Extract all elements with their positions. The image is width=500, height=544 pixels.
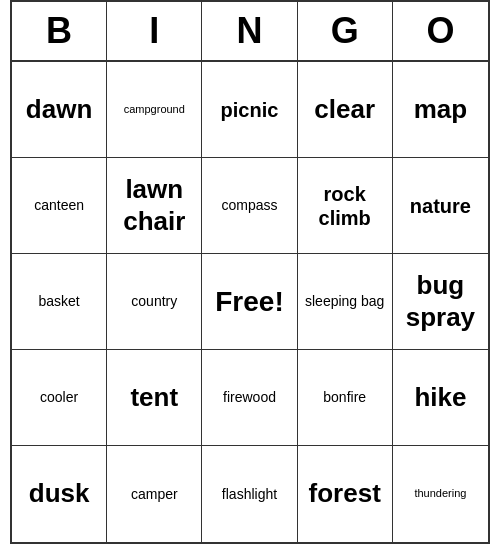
bingo-cell[interactable]: campground (107, 62, 202, 158)
cell-label: campground (124, 103, 185, 116)
cell-label: hike (414, 382, 466, 413)
bingo-header: BINGO (12, 2, 488, 62)
bingo-cell[interactable]: cooler (12, 350, 107, 446)
bingo-cell[interactable]: Free! (202, 254, 297, 350)
bingo-cell[interactable]: lawn chair (107, 158, 202, 254)
cell-label: thundering (414, 487, 466, 500)
bingo-cell[interactable]: dawn (12, 62, 107, 158)
cell-label: tent (130, 382, 178, 413)
bingo-cell[interactable]: flashlight (202, 446, 297, 542)
bingo-cell[interactable]: rock climb (298, 158, 393, 254)
bingo-cell[interactable]: bug spray (393, 254, 488, 350)
header-letter: N (202, 2, 297, 60)
header-letter: B (12, 2, 107, 60)
header-letter: G (298, 2, 393, 60)
cell-label: compass (221, 197, 277, 214)
cell-label: clear (314, 94, 375, 125)
cell-label: lawn chair (113, 174, 195, 236)
bingo-cell[interactable]: hike (393, 350, 488, 446)
bingo-grid: dawncampgroundpicnicclearmapcanteenlawn … (12, 62, 488, 542)
cell-label: camper (131, 486, 178, 503)
cell-label: firewood (223, 389, 276, 406)
bingo-cell[interactable]: bonfire (298, 350, 393, 446)
cell-label: bonfire (323, 389, 366, 406)
bingo-cell[interactable]: basket (12, 254, 107, 350)
cell-label: nature (410, 194, 471, 218)
cell-label: Free! (215, 286, 283, 318)
bingo-cell[interactable]: clear (298, 62, 393, 158)
bingo-cell[interactable]: camper (107, 446, 202, 542)
cell-label: map (414, 94, 467, 125)
cell-label: picnic (221, 98, 279, 122)
cell-label: sleeping bag (305, 293, 384, 310)
bingo-card: BINGO dawncampgroundpicnicclearmapcantee… (10, 0, 490, 544)
cell-label: cooler (40, 389, 78, 406)
bingo-cell[interactable]: thundering (393, 446, 488, 542)
bingo-cell[interactable]: forest (298, 446, 393, 542)
cell-label: forest (309, 478, 381, 509)
cell-label: dusk (29, 478, 90, 509)
cell-label: canteen (34, 197, 84, 214)
bingo-cell[interactable]: compass (202, 158, 297, 254)
cell-label: dawn (26, 94, 92, 125)
cell-label: bug spray (399, 270, 482, 332)
bingo-cell[interactable]: nature (393, 158, 488, 254)
bingo-cell[interactable]: picnic (202, 62, 297, 158)
cell-label: country (131, 293, 177, 310)
bingo-cell[interactable]: firewood (202, 350, 297, 446)
cell-label: flashlight (222, 486, 277, 503)
cell-label: basket (38, 293, 79, 310)
header-letter: O (393, 2, 488, 60)
bingo-cell[interactable]: tent (107, 350, 202, 446)
bingo-cell[interactable]: map (393, 62, 488, 158)
bingo-cell[interactable]: country (107, 254, 202, 350)
cell-label: rock climb (304, 182, 386, 230)
header-letter: I (107, 2, 202, 60)
bingo-cell[interactable]: dusk (12, 446, 107, 542)
bingo-cell[interactable]: sleeping bag (298, 254, 393, 350)
bingo-cell[interactable]: canteen (12, 158, 107, 254)
